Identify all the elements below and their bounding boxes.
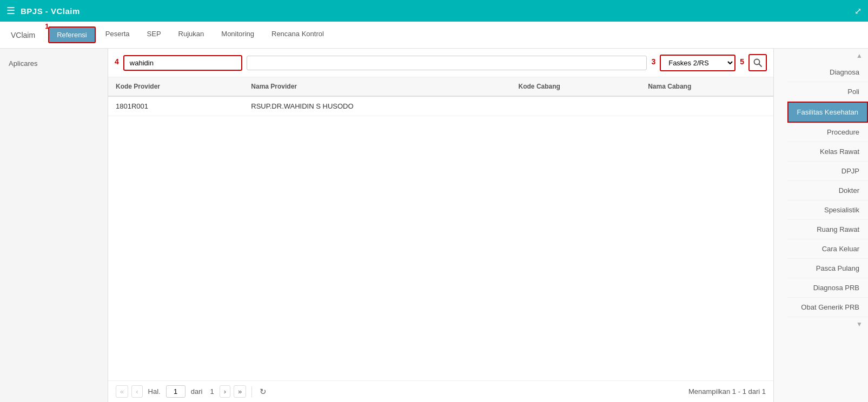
cell-nama_provider: RSUP.DR.WAHIDIN S HUSODO bbox=[243, 96, 511, 116]
table-row: 1801R001RSUP.DR.WAHIDIN S HUSODO bbox=[108, 96, 773, 116]
total-pages: 1 bbox=[210, 387, 214, 396]
menu-icon[interactable]: ☰ bbox=[6, 5, 15, 17]
table-area: Kode Provider Nama Provider Kode Cabang … bbox=[108, 77, 773, 380]
display-count: Menampilkan 1 - 1 dari 1 bbox=[688, 387, 766, 396]
page-input[interactable] bbox=[166, 385, 185, 398]
sidebar-item-dokter[interactable]: Dokter bbox=[787, 181, 868, 200]
table-header-row: Kode Provider Nama Provider Kode Cabang … bbox=[108, 77, 773, 96]
scroll-down[interactable]: ▼ bbox=[774, 317, 868, 331]
sidebar-item-procedure[interactable]: Procedure bbox=[787, 123, 868, 142]
col-nama-provider: Nama Provider bbox=[243, 77, 511, 96]
next-page-button[interactable]: › bbox=[220, 385, 230, 398]
page-separator: dari bbox=[191, 387, 203, 396]
main-nav: VClaim Referensi 1 Peserta SEP Rujukan M… bbox=[0, 22, 868, 49]
annotation-4: 4 bbox=[115, 57, 119, 66]
faskes-select[interactable]: Faskes 1 Faskes 2/RS Faskes 3 bbox=[660, 55, 736, 71]
nav-item-rujukan[interactable]: Rujukan bbox=[171, 26, 212, 43]
annotation-1: 1 bbox=[45, 22, 49, 30]
svg-line-1 bbox=[759, 64, 762, 67]
nav-item-referensi[interactable]: Referensi 1 bbox=[48, 26, 96, 43]
annotation-3: 3 bbox=[651, 57, 655, 66]
sidebar-item-spesialistik[interactable]: Spesialistik bbox=[787, 200, 868, 220]
col-nama-cabang: Nama Cabang bbox=[640, 77, 773, 96]
first-page-button[interactable]: « bbox=[116, 385, 128, 398]
divider bbox=[251, 386, 252, 397]
content-area: Aplicares 4 3 Faskes 1 Faskes 2/RS Faske… bbox=[0, 49, 868, 402]
sidebar-item-diagnosa[interactable]: Diagnosa bbox=[787, 63, 868, 82]
prev-page-button[interactable]: ‹ bbox=[131, 385, 142, 398]
sidebar-item-fasilitas-kesehatan[interactable]: Fasilitas Kesehatan bbox=[787, 102, 868, 123]
nav-item-rencana-kontrol[interactable]: Rencana Kontrol bbox=[264, 26, 332, 43]
sidebar-item-ruang-rawat[interactable]: Ruang Rawat bbox=[787, 220, 868, 239]
sidebar-item-cara-keluar[interactable]: Cara Keluar bbox=[787, 239, 868, 259]
app-logo: BPJS - VClaim bbox=[21, 6, 80, 16]
col-kode-provider: Kode Provider bbox=[108, 77, 243, 96]
page-prefix: Hal. bbox=[148, 387, 161, 396]
search-button[interactable] bbox=[748, 54, 767, 71]
cell-kode_provider: 1801R001 bbox=[108, 96, 243, 116]
vclaim-label: VClaim bbox=[11, 31, 35, 39]
sidebar-item-poli[interactable]: Poli bbox=[787, 82, 868, 102]
cell-nama_cabang bbox=[640, 96, 773, 116]
cell-kode_cabang bbox=[511, 96, 641, 116]
col-kode-cabang: Kode Cabang bbox=[511, 77, 641, 96]
nav-item-peserta[interactable]: Peserta bbox=[98, 26, 137, 43]
refresh-button[interactable]: ↻ bbox=[260, 387, 267, 397]
nav-items: Referensi 1 Peserta SEP Rujukan Monitori… bbox=[48, 26, 332, 43]
expand-icon[interactable]: ⤢ bbox=[854, 6, 862, 16]
sidebar-item-pasca-pulang[interactable]: Pasca Pulang bbox=[787, 259, 868, 278]
search-input[interactable] bbox=[123, 55, 242, 71]
search-icon bbox=[753, 58, 762, 67]
right-sidebar: ▲ DiagnosaPoliFasilitas KesehatanProcedu… bbox=[773, 49, 868, 402]
search-middle-input[interactable] bbox=[247, 56, 647, 70]
sidebar-item-obat-generik-prb[interactable]: Obat Generik PRB bbox=[787, 298, 868, 317]
topbar: ☰ BPJS - VClaim ⤢ bbox=[0, 0, 868, 22]
scroll-up[interactable]: ▲ bbox=[774, 49, 868, 63]
nav-item-monitoring[interactable]: Monitoring bbox=[214, 26, 262, 43]
left-sidebar: Aplicares bbox=[0, 49, 108, 402]
sidebar-item-diagnosa-prb[interactable]: Diagnosa PRB bbox=[787, 278, 868, 298]
annotation-5: 5 bbox=[740, 57, 744, 66]
sidebar-item-dpjp[interactable]: DPJP bbox=[787, 162, 868, 181]
nav-item-sep[interactable]: SEP bbox=[140, 26, 169, 43]
last-page-button[interactable]: » bbox=[234, 385, 246, 398]
results-table: Kode Provider Nama Provider Kode Cabang … bbox=[108, 77, 773, 116]
search-bar: 4 3 Faskes 1 Faskes 2/RS Faskes 3 5 bbox=[108, 49, 773, 77]
pagination: « ‹ Hal. dari 1 › » ↻ Menampilkan 1 - 1 … bbox=[108, 380, 773, 402]
aplicares-label: Aplicares bbox=[9, 59, 37, 68]
main-content: 4 3 Faskes 1 Faskes 2/RS Faskes 3 5 bbox=[108, 49, 773, 402]
sidebar-item-kelas-rawat[interactable]: Kelas Rawat bbox=[787, 142, 868, 162]
